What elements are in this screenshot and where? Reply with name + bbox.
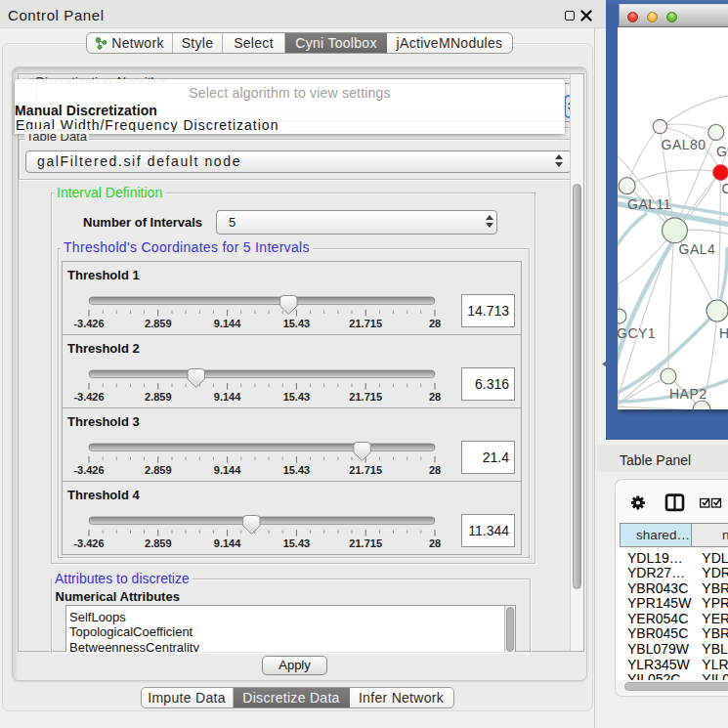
svg-text:GAL4: GAL4 [679, 241, 716, 257]
svg-text:GAL80: GAL80 [662, 137, 707, 152]
svg-text:HAP2: HAP2 [669, 386, 707, 402]
svg-text:GAL11: GAL11 [627, 196, 671, 212]
svg-text:GCY1: GCY1 [618, 325, 656, 341]
svg-text:H: H [719, 325, 728, 341]
svg-text:GA: GA [716, 144, 728, 159]
svg-text:C: C [722, 181, 728, 196]
